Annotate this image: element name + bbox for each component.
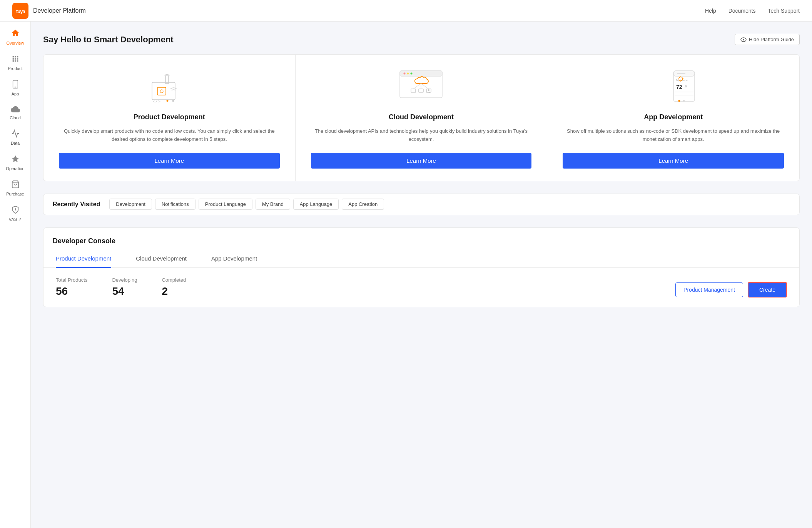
svg-point-11 — [160, 90, 163, 93]
svg-point-7 — [743, 39, 744, 40]
rv-tag-app-language[interactable]: App Language — [293, 199, 339, 210]
cloud-icon — [11, 105, 20, 114]
sidebar-item-vas[interactable]: VAS ↗ — [2, 202, 28, 226]
dev-tab-product-development[interactable]: Product Development — [56, 250, 111, 268]
card-desc-app-dev: Show off multiple solutions such as no-c… — [563, 127, 784, 144]
recently-visited: Recently Visited Development Notificatio… — [43, 194, 800, 215]
sidebar-label-product: Product — [8, 66, 23, 71]
product-management-button[interactable]: Product Management — [675, 282, 743, 297]
stat-value-completed: 2 — [162, 285, 186, 297]
nav-documents[interactable]: Documents — [728, 8, 756, 14]
svg-rect-23 — [411, 89, 416, 92]
dev-tab-cloud-development[interactable]: Cloud Development — [136, 250, 187, 268]
section-header: Say Hello to Smart Development Hide Plat… — [43, 34, 800, 45]
rv-tag-my-brand[interactable]: My Brand — [256, 199, 290, 210]
tuya-logo: tuya — [12, 3, 28, 19]
card-title-product-dev: Product Development — [134, 113, 205, 121]
svg-point-14 — [172, 100, 174, 102]
stat-total-products: Total Products 56 — [56, 277, 87, 297]
card-app-dev: My Home 72 .0 — [547, 55, 799, 181]
eye-icon — [740, 37, 747, 42]
sidebar-label-data: Data — [11, 141, 20, 145]
svg-rect-24 — [419, 89, 423, 92]
svg-marker-4 — [12, 155, 18, 162]
learn-more-cloud-dev[interactable]: Learn More — [311, 153, 532, 169]
card-title-cloud-dev: Cloud Development — [389, 113, 454, 121]
stat-completed: Completed 2 — [162, 277, 186, 297]
vas-icon — [11, 206, 20, 216]
card-product-dev: </> Product Development Quickly develop … — [43, 55, 296, 181]
nav-tech-support[interactable]: Tech Support — [768, 8, 800, 14]
hide-guide-button[interactable]: Hide Platform Guide — [735, 34, 800, 45]
stat-value-total: 56 — [56, 285, 87, 297]
svg-text:72: 72 — [676, 84, 682, 90]
svg-point-40 — [678, 100, 680, 102]
sidebar-item-operation[interactable]: Operation — [2, 151, 28, 175]
sidebar-item-data[interactable]: Data — [2, 125, 28, 149]
card-desc-cloud-dev: The cloud development APIs and technolog… — [311, 127, 532, 144]
hide-guide-label: Hide Platform Guide — [749, 37, 794, 42]
purchase-icon — [11, 180, 20, 190]
product-icon — [11, 55, 20, 65]
header-left: tuya Developer Platform — [12, 3, 86, 19]
header-title: Developer Platform — [33, 7, 86, 14]
cloud-dev-illustration — [396, 67, 446, 105]
svg-text:tuya: tuya — [16, 8, 26, 14]
layout: Overview Product App — [0, 22, 812, 528]
sidebar-label-purchase: Purchase — [6, 192, 24, 196]
sidebar-item-purchase[interactable]: Purchase — [2, 176, 28, 200]
recently-visited-label: Recently Visited — [53, 201, 100, 208]
rv-tag-product-language[interactable]: Product Language — [199, 199, 252, 210]
sidebar-label-overview: Overview — [7, 41, 24, 45]
svg-point-26 — [428, 89, 429, 91]
stat-label-completed: Completed — [162, 277, 186, 283]
create-button[interactable]: Create — [748, 282, 787, 297]
svg-text:</>: </> — [153, 99, 160, 104]
sidebar-label-app: App — [12, 92, 19, 96]
sidebar-item-app[interactable]: App — [2, 76, 28, 100]
main-content: Say Hello to Smart Development Hide Plat… — [31, 22, 812, 528]
stat-developing: Developing 54 — [112, 277, 137, 297]
cards-grid: </> Product Development Quickly develop … — [43, 54, 800, 181]
sidebar: Overview Product App — [0, 22, 31, 528]
dev-actions: Product Management Create — [675, 282, 787, 297]
operation-icon — [11, 155, 20, 165]
learn-more-product-dev[interactable]: Learn More — [59, 153, 280, 169]
header-nav: Help Documents Tech Support — [705, 8, 800, 14]
sidebar-item-overview[interactable]: Overview — [2, 25, 28, 49]
header: tuya Developer Platform Help Documents T… — [0, 0, 812, 22]
svg-point-19 — [411, 73, 413, 75]
learn-more-app-dev[interactable]: Learn More — [563, 153, 784, 169]
app-icon — [12, 80, 19, 90]
svg-text:.0: .0 — [684, 85, 687, 88]
svg-rect-16 — [400, 71, 442, 76]
svg-point-13 — [166, 100, 168, 102]
section-title: Say Hello to Smart Development — [43, 35, 174, 45]
card-desc-product-dev: Quickly develop smart products with no c… — [59, 127, 280, 144]
stat-value-developing: 54 — [112, 285, 137, 297]
product-dev-illustration: </> — [144, 67, 194, 105]
svg-point-18 — [407, 73, 409, 75]
rv-tags: Development Notifications Product Langua… — [109, 199, 384, 210]
rv-tag-development[interactable]: Development — [109, 199, 152, 210]
sidebar-item-product[interactable]: Product — [2, 51, 28, 75]
svg-line-22 — [421, 84, 429, 89]
dev-console-title: Developer Console — [43, 228, 799, 245]
rv-tag-notifications[interactable]: Notifications — [155, 199, 195, 210]
svg-rect-3 — [14, 87, 17, 87]
dev-console-content: Total Products 56 Developing 54 Complete… — [43, 268, 799, 307]
svg-rect-29 — [677, 73, 685, 74]
home-icon — [11, 28, 20, 39]
app-dev-illustration: My Home 72 .0 — [648, 67, 698, 105]
svg-point-17 — [404, 73, 406, 75]
dev-tab-app-development[interactable]: App Development — [211, 250, 257, 268]
sidebar-item-cloud[interactable]: Cloud — [2, 102, 28, 124]
svg-rect-8 — [152, 82, 175, 100]
card-cloud-dev: Cloud Development The cloud development … — [296, 55, 548, 181]
dev-tabs: Product Development Cloud Development Ap… — [43, 250, 799, 268]
stat-label-total: Total Products — [56, 277, 87, 283]
nav-help[interactable]: Help — [705, 8, 716, 14]
rv-tag-app-creation[interactable]: App Creation — [342, 199, 384, 210]
sidebar-label-vas: VAS ↗ — [9, 217, 22, 222]
developer-console: Developer Console Product Development Cl… — [43, 227, 800, 307]
